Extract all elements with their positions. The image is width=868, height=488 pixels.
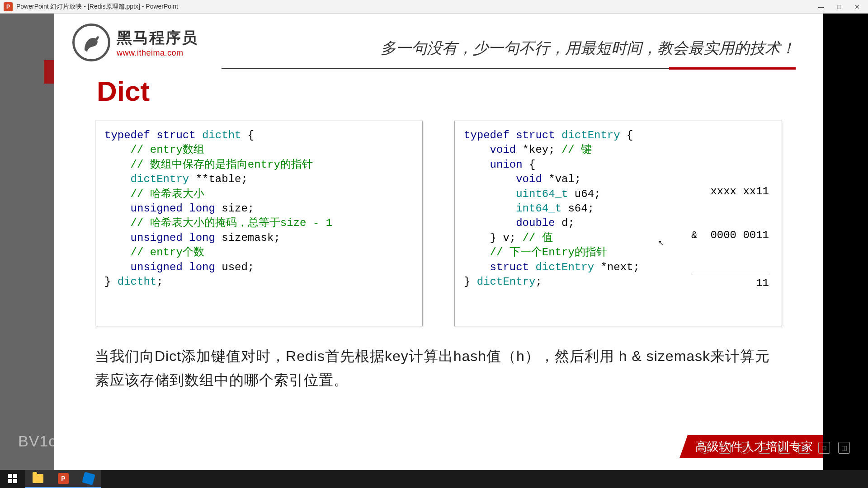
zoom-button[interactable]: ⊙ (739, 442, 750, 454)
logo-text: 黑马程序员 www.itheima.com (117, 28, 198, 58)
menu-button[interactable]: ≡ (719, 442, 731, 454)
window-controls: — □ ✕ (817, 3, 861, 10)
header-divider (222, 68, 796, 69)
code-box-dictentry: typedef struct dictEntry { void *key; //… (454, 121, 782, 326)
windows-icon (8, 474, 17, 483)
minimize-button[interactable]: — (817, 3, 825, 10)
powerpoint-task-button[interactable]: P (51, 470, 76, 488)
horse-icon (80, 31, 103, 54)
powerpoint-icon: P (4, 2, 13, 11)
close-button[interactable]: ✕ (854, 3, 861, 10)
logo-circle-icon (72, 23, 110, 61)
logo: 黑马程序员 www.itheima.com (72, 23, 198, 61)
bit-result: 11 (692, 274, 769, 291)
file-explorer-button[interactable] (25, 470, 51, 488)
bit-calculation: xxxx xx11 & 0000 0011 11 (678, 155, 769, 320)
vscode-task-button[interactable] (76, 470, 101, 488)
bit-row-1: xxxx xx11 (678, 184, 769, 199)
powerpoint-task-icon: P (58, 473, 69, 484)
red-accent-tab (44, 60, 55, 84)
start-button[interactable] (0, 470, 25, 488)
view-button-2[interactable]: ▤ (778, 442, 790, 454)
folder-icon (33, 474, 43, 483)
explanation-text: 当我们向Dict添加键值对时，Redis首先根据key计算出hash值（h），然… (95, 344, 782, 392)
video-timestamp-overlay: BV1cr4y1671t P148 11:25/18:00 (18, 432, 254, 450)
bit-row-2: & 0000 0011 (678, 228, 769, 243)
slide-body: Dict typedef struct dictht { // entry数组 … (54, 61, 823, 392)
taskbar[interactable]: P (0, 470, 868, 488)
code-box-dictht: typedef struct dictht { // entry数组 // 数组… (95, 121, 423, 326)
presentation-area[interactable]: 黑马程序员 www.itheima.com 多一句没有，少一句不行，用最短时间，… (0, 14, 868, 470)
logo-url: www.itheima.com (117, 48, 198, 58)
window-title: PowerPoint 幻灯片放映 - [Redis原理篇.pptx] - Pow… (16, 3, 817, 11)
window-titlebar: P PowerPoint 幻灯片放映 - [Redis原理篇.pptx] - P… (0, 0, 868, 14)
view-button-1[interactable]: ▭ (759, 442, 770, 454)
prev-slide-button[interactable]: ◁ (699, 442, 711, 454)
code-row: typedef struct dictht { // entry数组 // 数组… (95, 121, 782, 326)
slogan-text: 多一句没有，少一句不行，用最短时间，教会最实用的技术！ (381, 38, 796, 59)
vscode-icon (82, 472, 95, 485)
logo-chinese: 黑马程序员 (117, 28, 198, 48)
presentation-controls: ◁ ≡ ⊙ ▭ ▤ ⊞ ⊡ ◫ (699, 442, 850, 454)
slide-header: 黑马程序员 www.itheima.com 多一句没有，少一句不行，用最短时间，… (54, 14, 823, 61)
view-button-5[interactable]: ◫ (838, 442, 850, 454)
slide-content: 黑马程序员 www.itheima.com 多一句没有，少一句不行，用最短时间，… (54, 14, 823, 470)
maximize-button[interactable]: □ (835, 3, 843, 10)
slide-title: Dict (97, 75, 782, 107)
view-button-3[interactable]: ⊞ (798, 442, 810, 454)
view-button-4[interactable]: ⊡ (818, 442, 830, 454)
